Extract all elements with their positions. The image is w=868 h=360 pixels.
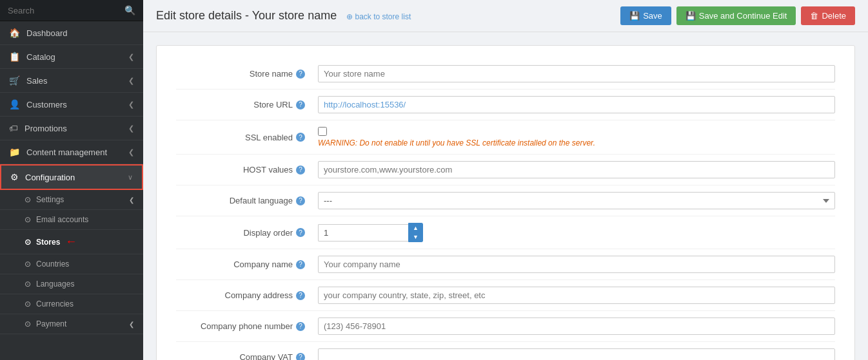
stores-icon: ⊙ xyxy=(25,238,31,247)
ssl-control: WARNING: Do not enable it until you have… xyxy=(318,127,835,147)
sidebar-subitem-currencies[interactable]: ⊙ Currencies xyxy=(0,294,143,314)
arrow-stores-icon: ← xyxy=(65,235,77,249)
host-values-label: HOST values ? xyxy=(176,165,318,175)
chevron-down-icon: ∨ xyxy=(128,173,133,182)
company-vat-label: Company VAT ? xyxy=(176,352,318,360)
ssl-warning-text: WARNING: Do not enable it until you have… xyxy=(318,138,835,147)
company-name-help-icon[interactable]: ? xyxy=(296,260,305,269)
chevron-right-icon: ❮ xyxy=(128,124,134,133)
store-url-help-icon[interactable]: ? xyxy=(296,100,305,109)
store-name-row: Store name ? xyxy=(176,59,835,90)
page-title-text: Edit store details - Your store name xyxy=(156,9,337,22)
store-name-help-icon[interactable]: ? xyxy=(296,70,305,79)
payment-icon: ⊙ xyxy=(25,319,31,328)
customers-icon: 👤 xyxy=(9,99,20,109)
sidebar-subitem-email[interactable]: ⊙ Email accounts xyxy=(0,210,143,230)
sidebar-subitem-settings[interactable]: ⊙ Settings ❮ xyxy=(0,190,143,210)
chevron-right-icon: ❮ xyxy=(129,321,134,328)
settings-icon: ⊙ xyxy=(25,195,31,204)
host-values-input[interactable] xyxy=(318,161,835,178)
company-phone-help-icon[interactable]: ? xyxy=(296,322,305,331)
store-url-label: Store URL ? xyxy=(176,100,318,109)
form-container: Store name ? Store URL ? xyxy=(143,32,868,360)
save-continue-button[interactable]: 💾 Save and Continue Edit xyxy=(676,6,796,25)
sidebar-subitem-label: Currencies xyxy=(36,299,74,308)
company-address-input[interactable] xyxy=(318,287,835,304)
store-url-input[interactable] xyxy=(318,96,835,113)
company-address-help-icon[interactable]: ? xyxy=(296,291,305,300)
save-label: Save xyxy=(643,11,662,21)
spinner-down-button[interactable]: ▼ xyxy=(409,232,422,242)
promotions-icon: 🏷 xyxy=(9,123,18,133)
sidebar-item-catalog[interactable]: 📋 Catalog ❮ xyxy=(0,45,143,69)
page-title: Edit store details - Your store name bac… xyxy=(156,9,615,23)
company-vat-row: Company VAT ? xyxy=(176,342,835,360)
sales-icon: 🛒 xyxy=(9,75,20,86)
ssl-checkbox[interactable] xyxy=(318,127,327,136)
dashboard-icon: 🏠 xyxy=(9,28,20,38)
sidebar-subitem-label: Email accounts xyxy=(36,215,88,224)
sidebar-item-label: Dashboard xyxy=(26,28,68,38)
ssl-row: SSL enabled ? WARNING: Do not enable it … xyxy=(176,120,835,155)
company-address-control xyxy=(318,287,835,304)
default-language-select[interactable]: --- xyxy=(318,192,835,209)
sidebar-item-label: Catalog xyxy=(26,52,55,62)
sidebar-subitem-label: Stores xyxy=(36,238,60,247)
languages-icon: ⊙ xyxy=(25,279,31,289)
default-language-label: Default language ? xyxy=(176,196,318,205)
sidebar-item-customers[interactable]: 👤 Customers ❮ xyxy=(0,93,143,117)
company-phone-input[interactable] xyxy=(318,317,835,335)
display-order-wrapper: ▲ ▼ xyxy=(318,223,447,242)
sidebar-subitem-stores[interactable]: ⊙ Stores ← xyxy=(0,230,143,254)
company-phone-control xyxy=(318,317,835,335)
save-button[interactable]: 💾 Save xyxy=(620,6,671,25)
display-order-input[interactable] xyxy=(318,224,408,242)
sidebar-subitem-payment[interactable]: ⊙ Payment ❮ xyxy=(0,314,143,334)
save-continue-icon: 💾 xyxy=(686,11,696,21)
company-name-control xyxy=(318,256,835,273)
chevron-right-icon: ❮ xyxy=(129,196,134,204)
default-language-row: Default language ? --- xyxy=(176,185,835,216)
display-order-row: Display order ? ▲ ▼ xyxy=(176,216,835,249)
sidebar-subitem-label: Settings xyxy=(36,195,64,204)
sidebar-item-content[interactable]: 📁 Content management ❮ xyxy=(0,140,143,164)
chevron-right-icon: ❮ xyxy=(128,148,134,156)
company-phone-row: Company phone number ? xyxy=(176,311,835,342)
delete-button[interactable]: 🗑 Delete xyxy=(801,6,855,25)
sidebar-subitem-label: Languages xyxy=(36,279,74,289)
company-vat-help-icon[interactable]: ? xyxy=(296,353,305,361)
sidebar-subitem-label: Countries xyxy=(36,260,69,269)
sidebar-item-label: Customers xyxy=(26,100,67,109)
spinner-up-button[interactable]: ▲ xyxy=(409,223,422,232)
delete-label: Delete xyxy=(822,11,846,21)
sidebar-item-label: Sales xyxy=(26,76,48,86)
sidebar-subitem-label: Payment xyxy=(36,319,66,328)
top-bar: Edit store details - Your store name bac… xyxy=(143,0,868,32)
sidebar-item-configuration[interactable]: ⚙ Configuration ∨ xyxy=(0,164,143,190)
display-order-help-icon[interactable]: ? xyxy=(296,228,305,237)
ssl-help-icon[interactable]: ? xyxy=(296,133,305,142)
sidebar-item-dashboard[interactable]: 🏠 Dashboard xyxy=(0,21,143,45)
company-address-row: Company address ? xyxy=(176,280,835,311)
sidebar-subitem-languages[interactable]: ⊙ Languages xyxy=(0,274,143,294)
sidebar-item-label: Configuration xyxy=(25,173,75,182)
back-to-list-link[interactable]: back to store list xyxy=(346,12,411,21)
company-address-label: Company address ? xyxy=(176,290,318,300)
company-vat-input[interactable] xyxy=(318,348,835,360)
host-values-control xyxy=(318,161,835,178)
form-card: Store name ? Store URL ? xyxy=(156,45,855,360)
search-bar[interactable]: 🔍 xyxy=(0,0,143,21)
store-name-input[interactable] xyxy=(318,65,835,82)
chevron-right-icon: ❮ xyxy=(128,77,134,85)
company-name-input[interactable] xyxy=(318,256,835,273)
sidebar-item-promotions[interactable]: 🏷 Promotions ❮ xyxy=(0,117,143,140)
host-values-help-icon[interactable]: ? xyxy=(296,166,305,175)
store-name-control xyxy=(318,65,835,82)
display-order-label: Display order ? xyxy=(176,228,318,238)
sidebar-subitem-countries[interactable]: ⊙ Countries xyxy=(0,254,143,274)
default-language-help-icon[interactable]: ? xyxy=(296,196,305,205)
search-input[interactable] xyxy=(8,6,124,15)
default-language-control: --- xyxy=(318,192,835,209)
chevron-right-icon: ❮ xyxy=(128,100,134,109)
sidebar-item-sales[interactable]: 🛒 Sales ❮ xyxy=(0,69,143,93)
